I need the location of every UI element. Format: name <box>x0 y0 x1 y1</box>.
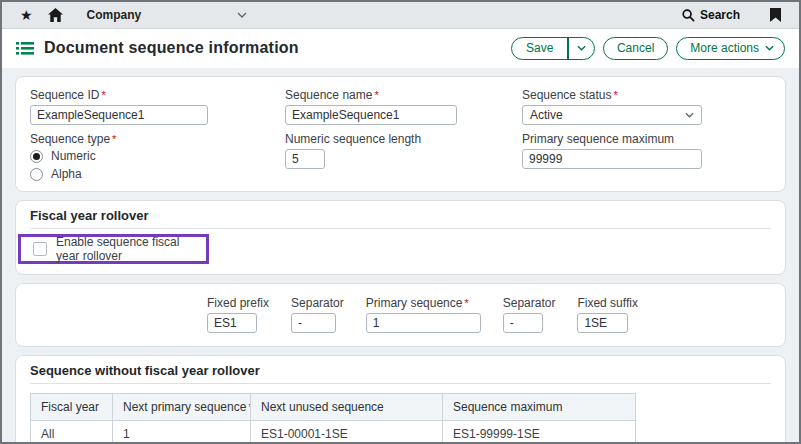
numeric-sequence-length-input[interactable] <box>285 149 325 169</box>
fixed-suffix-field: Fixed suffix <box>577 296 637 333</box>
chevron-down-icon <box>765 45 774 51</box>
chevron-down-icon <box>237 12 247 18</box>
enable-rollover-checkbox[interactable] <box>33 242 47 256</box>
fixed-prefix-input[interactable] <box>207 313 257 333</box>
chevron-down-icon <box>577 45 586 51</box>
header-actions: Save Cancel More actions <box>511 37 785 60</box>
separator-label-2: Separator <box>503 296 556 310</box>
radio-alpha-circle[interactable] <box>30 168 43 181</box>
radio-numeric-circle[interactable] <box>30 150 43 163</box>
cell-next-primary-sequence[interactable]: 1 <box>113 421 251 444</box>
primary-sequence-maximum-input[interactable] <box>522 149 702 169</box>
fixed-suffix-label: Fixed suffix <box>577 296 637 310</box>
section-divider <box>30 228 771 229</box>
separator-label-1: Separator <box>291 296 344 310</box>
page-title: Document sequence information <box>44 39 299 57</box>
search-button[interactable]: Search <box>682 8 740 22</box>
column-3: Sequence status* Active Primary sequence… <box>522 88 771 185</box>
col-header-fiscal-year: Fiscal year <box>31 394 113 421</box>
fiscal-rollover-heading: Fiscal year rollover <box>30 208 771 223</box>
column-1: Sequence ID* Sequence type* Numeric Alph… <box>30 88 285 185</box>
sequence-status-field: Sequence status* Active <box>522 88 771 125</box>
sequence-table: Fiscal year Next primary sequence* Next … <box>30 393 636 444</box>
cell-sequence-maximum: ES1-99999-1SE <box>443 421 636 444</box>
bookmark-icon-svg <box>770 8 781 22</box>
highlighted-checkbox-box: Enable sequence fiscal year rollover <box>18 234 209 264</box>
sequence-name-input[interactable] <box>285 105 457 125</box>
sequence-id-field: Sequence ID* <box>30 88 285 125</box>
more-actions-label: More actions <box>677 41 765 55</box>
sequence-type-label: Sequence type* <box>30 132 285 146</box>
home-icon-svg <box>48 8 63 22</box>
app-window: ★ Company Search <box>0 0 801 444</box>
cancel-button-label: Cancel <box>604 41 667 55</box>
more-actions-button[interactable]: More actions <box>676 37 785 60</box>
primary-sequence-input[interactable] <box>366 313 481 333</box>
primary-sequence-label: Primary sequence* <box>366 296 481 310</box>
search-icon <box>682 9 695 22</box>
sequence-table-heading: Sequence without fiscal year rollover <box>30 363 771 378</box>
sequence-format-card: Fixed prefix Separator Primary sequence*… <box>15 283 786 347</box>
separator-field-2: Separator <box>503 296 556 333</box>
more-actions-caret <box>765 45 784 51</box>
radio-option-alpha[interactable]: Alpha <box>30 167 285 181</box>
col-header-sequence-maximum: Sequence maximum <box>443 394 636 421</box>
primary-sequence-maximum-label: Primary sequence maximum <box>522 132 771 146</box>
company-menu-dropdown[interactable]: Company <box>87 8 247 22</box>
sequence-status-select[interactable]: Active <box>522 105 702 125</box>
required-marker: * <box>112 133 116 145</box>
col-header-next-unused-sequence: Next unused sequence <box>251 394 443 421</box>
fiscal-year-rollover-card: Fiscal year rollover Enable sequence fis… <box>15 200 786 275</box>
favorites-star-icon[interactable]: ★ <box>20 8 33 22</box>
cell-next-unused-sequence: ES1-00001-1SE <box>251 421 443 444</box>
home-icon[interactable] <box>48 8 63 22</box>
content-area: Sequence ID* Sequence type* Numeric Alph… <box>2 68 799 442</box>
top-bar: ★ Company Search <box>2 2 799 29</box>
sequence-type-field: Sequence type* Numeric Alpha <box>30 132 285 181</box>
save-button[interactable]: Save <box>512 41 567 55</box>
search-label: Search <box>700 8 740 22</box>
section-divider <box>30 383 771 384</box>
required-marker: * <box>374 89 378 101</box>
sequence-status-label: Sequence status* <box>522 88 771 102</box>
column-2: Sequence name* Numeric sequence length <box>285 88 522 185</box>
separator-input-1[interactable] <box>291 313 336 333</box>
radio-alpha-label: Alpha <box>51 167 82 181</box>
required-marker: * <box>613 89 617 101</box>
sequence-id-input[interactable] <box>30 105 208 125</box>
page-header: Document sequence information Save Cance… <box>2 29 799 67</box>
required-marker: * <box>464 297 468 309</box>
fixed-prefix-field: Fixed prefix <box>207 296 269 333</box>
save-split-button: Save <box>511 37 595 60</box>
enable-rollover-label: Enable sequence fiscal year rollover <box>56 235 206 263</box>
table-row: All 1 ES1-00001-1SE ES1-99999-1SE <box>31 421 636 444</box>
col-header-next-primary-sequence: Next primary sequence* <box>113 394 251 421</box>
bookmark-icon[interactable] <box>770 8 781 22</box>
sequence-id-label: Sequence ID* <box>30 88 285 102</box>
main-fields-card: Sequence ID* Sequence type* Numeric Alph… <box>15 76 786 192</box>
sequence-name-field: Sequence name* <box>285 88 522 125</box>
list-icon[interactable] <box>16 41 34 56</box>
format-row: Fixed prefix Separator Primary sequence*… <box>207 296 638 333</box>
numeric-sequence-length-label: Numeric sequence length <box>285 132 522 146</box>
cancel-button[interactable]: Cancel <box>603 37 668 60</box>
sequence-name-label: Sequence name* <box>285 88 522 102</box>
table-header-row: Fiscal year Next primary sequence* Next … <box>31 394 636 421</box>
primary-sequence-maximum-field: Primary sequence maximum <box>522 132 771 169</box>
fixed-prefix-label: Fixed prefix <box>207 296 269 310</box>
numeric-sequence-length-field: Numeric sequence length <box>285 132 522 169</box>
radio-numeric-label: Numeric <box>51 149 96 163</box>
cell-fiscal-year: All <box>31 421 113 444</box>
separator-input-2[interactable] <box>503 313 543 333</box>
radio-option-numeric[interactable]: Numeric <box>30 149 285 163</box>
primary-sequence-field: Primary sequence* <box>366 296 481 333</box>
separator-field-1: Separator <box>291 296 344 333</box>
chevron-down-icon <box>685 112 694 118</box>
save-options-toggle[interactable] <box>569 45 594 51</box>
company-menu-label: Company <box>87 8 142 22</box>
sequence-without-rollover-card: Sequence without fiscal year rollover Fi… <box>15 355 786 444</box>
required-marker: * <box>101 89 105 101</box>
sequence-status-value: Active <box>530 108 563 122</box>
fixed-suffix-input[interactable] <box>577 313 628 333</box>
